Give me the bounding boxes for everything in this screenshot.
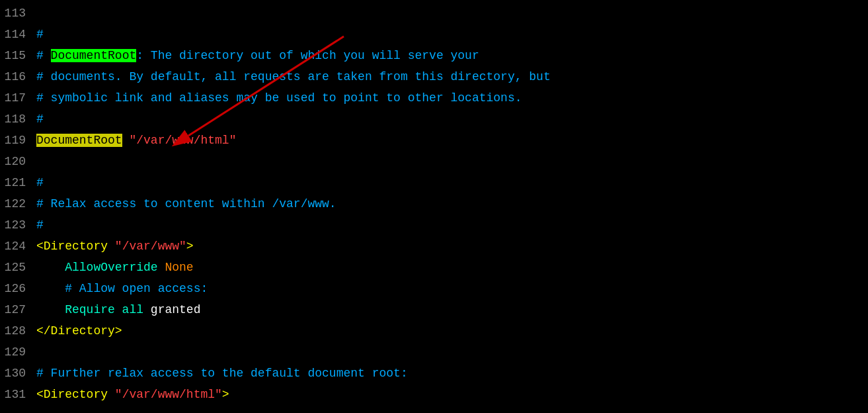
line-number: 128 [0, 320, 36, 342]
token: "/var/www/html" [129, 134, 236, 147]
code-editor: 113 114#115# DocumentRoot: The directory… [0, 0, 868, 413]
token: : The directory out of which you will se… [136, 49, 479, 62]
token: # [36, 49, 51, 62]
token: <Directory [36, 240, 115, 253]
token: # [36, 218, 44, 232]
line-content [36, 3, 868, 24]
line-123: 123# [0, 214, 868, 236]
line-content: Require all granted [36, 299, 868, 320]
line-number: 130 [0, 363, 36, 384]
line-number: 118 [0, 109, 36, 130]
line-content: DocumentRoot "/var/www/html" [36, 130, 868, 151]
line-content: AllowOverride None [36, 257, 868, 278]
line-content: # Further relax access to the default do… [36, 363, 868, 384]
token: # Allow open access: [36, 282, 208, 295]
token: Require all [36, 303, 151, 316]
token: DocumentRoot [51, 49, 137, 62]
line-121: 121# [0, 172, 868, 193]
line-129: 129 [0, 342, 868, 363]
line-content: # Relax access to content within /var/ww… [36, 193, 868, 214]
line-number: 123 [0, 214, 36, 236]
line-number: 117 [0, 87, 36, 109]
token: # documents. By default, all requests ar… [36, 70, 551, 83]
line-131: 131<Directory "/var/www/html"> [0, 384, 868, 405]
line-content: # [36, 172, 868, 193]
token: "/var/www" [115, 240, 186, 253]
line-content: <Directory "/var/www/html"> [36, 384, 868, 405]
line-126: 126 # Allow open access: [0, 278, 868, 299]
line-124: 124<Directory "/var/www"> [0, 236, 868, 257]
token: # [36, 176, 44, 189]
token: None [165, 261, 193, 274]
line-116: 116# documents. By default, all requests… [0, 66, 868, 87]
line-content: # [36, 109, 868, 130]
line-content: # symbolic link and aliases may be used … [36, 87, 868, 109]
token: granted [151, 303, 201, 316]
line-content [36, 342, 868, 363]
line-number: 125 [0, 257, 36, 278]
token: "/var/www/html" [115, 388, 222, 401]
line-125: 125 AllowOverride None [0, 257, 868, 278]
line-number: 129 [0, 342, 36, 363]
line-119: 119DocumentRoot "/var/www/html" [0, 130, 868, 151]
token: <Directory [36, 388, 115, 401]
line-128: 128</Directory> [0, 320, 868, 342]
token: # Further relax access to the default do… [36, 367, 408, 380]
token: # Relax access to content within /var/ww… [36, 197, 336, 210]
line-content: # [36, 24, 868, 45]
line-number: 127 [0, 299, 36, 320]
line-115: 115# DocumentRoot: The directory out of … [0, 45, 868, 66]
line-114: 114# [0, 24, 868, 45]
line-content: # documents. By default, all requests ar… [36, 66, 868, 87]
line-number: 124 [0, 236, 36, 257]
line-number: 121 [0, 172, 36, 193]
line-content: # DocumentRoot: The directory out of whi… [36, 45, 868, 66]
token: AllowOverride [36, 261, 165, 274]
line-number: 115 [0, 45, 36, 66]
line-content: </Directory> [36, 320, 868, 342]
token: # [36, 113, 44, 126]
line-118: 118# [0, 109, 868, 130]
line-number: 113 [0, 3, 36, 24]
token [122, 134, 130, 147]
line-number: 114 [0, 24, 36, 45]
line-content: # Allow open access: [36, 278, 868, 299]
line-130: 130# Further relax access to the default… [0, 363, 868, 384]
line-content: # [36, 214, 868, 236]
token: > [186, 240, 194, 253]
line-117: 117# symbolic link and aliases may be us… [0, 87, 868, 109]
token: DocumentRoot [36, 134, 122, 147]
token: </Directory> [36, 324, 122, 338]
line-122: 122# Relax access to content within /var… [0, 193, 868, 214]
line-number: 119 [0, 130, 36, 151]
token: # symbolic link and aliases may be used … [36, 91, 522, 105]
token: # [36, 28, 44, 41]
line-number: 116 [0, 66, 36, 87]
line-number: 120 [0, 151, 36, 172]
line-number: 126 [0, 278, 36, 299]
line-127: 127 Require all granted [0, 299, 868, 320]
line-content: <Directory "/var/www"> [36, 236, 868, 257]
line-number: 122 [0, 193, 36, 214]
line-number: 131 [0, 384, 36, 405]
token: > [222, 388, 229, 401]
line-120: 120 [0, 151, 868, 172]
line-content [36, 151, 868, 172]
line-113: 113 [0, 3, 868, 24]
